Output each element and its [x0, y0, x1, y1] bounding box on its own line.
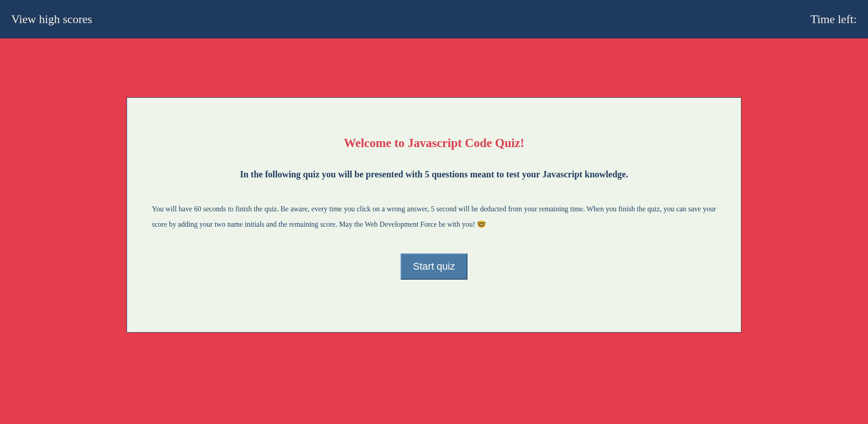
quiz-subtitle: In the following quiz you will be presen…: [152, 169, 716, 180]
quiz-card: Welcome to Javascript Code Quiz! In the …: [127, 97, 741, 333]
quiz-description: You will have 60 seconds to finish the q…: [152, 201, 716, 232]
view-high-scores-link[interactable]: View high scores: [11, 13, 92, 26]
start-quiz-button[interactable]: Start quiz: [401, 253, 468, 280]
main-container: Welcome to Javascript Code Quiz! In the …: [0, 38, 868, 333]
time-left-label: Time left:: [811, 13, 857, 26]
header: View high scores Time left:: [0, 0, 868, 38]
welcome-title: Welcome to Javascript Code Quiz!: [152, 136, 716, 150]
